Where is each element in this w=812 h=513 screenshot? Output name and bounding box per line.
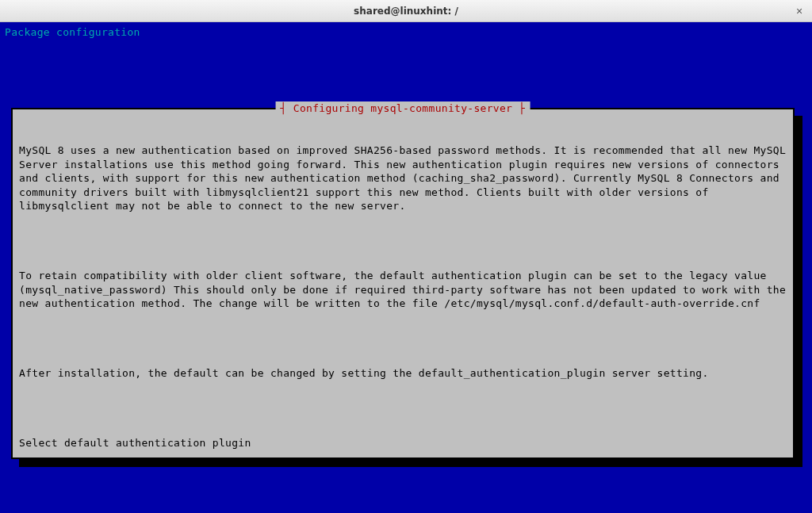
terminal-area: Package configuration ┤ Configuring mysq… <box>0 22 812 513</box>
dialog-prompt: Select default authentication plugin <box>19 436 787 450</box>
dialog-paragraph-1: MySQL 8 uses a new authentication based … <box>19 144 787 213</box>
dialog-title: ┤ Configuring mysql-community-server ├ <box>276 101 530 116</box>
dialog-paragraph-3: After installation, the default can be c… <box>19 366 787 381</box>
config-dialog: ┤ Configuring mysql-community-server ├ M… <box>11 108 795 459</box>
dialog-body: MySQL 8 uses a new authentication based … <box>19 116 787 513</box>
window-titlebar: shared@linuxhint: / × <box>0 0 812 22</box>
options-list: Use Strong Password Encryption (RECOMMEN… <box>19 496 787 513</box>
close-icon[interactable]: × <box>793 5 806 17</box>
package-config-header: Package configuration <box>5 25 807 40</box>
window-title: shared@linuxhint: / <box>354 6 458 17</box>
dialog-paragraph-2: To retain compatibility with older clien… <box>19 269 787 311</box>
